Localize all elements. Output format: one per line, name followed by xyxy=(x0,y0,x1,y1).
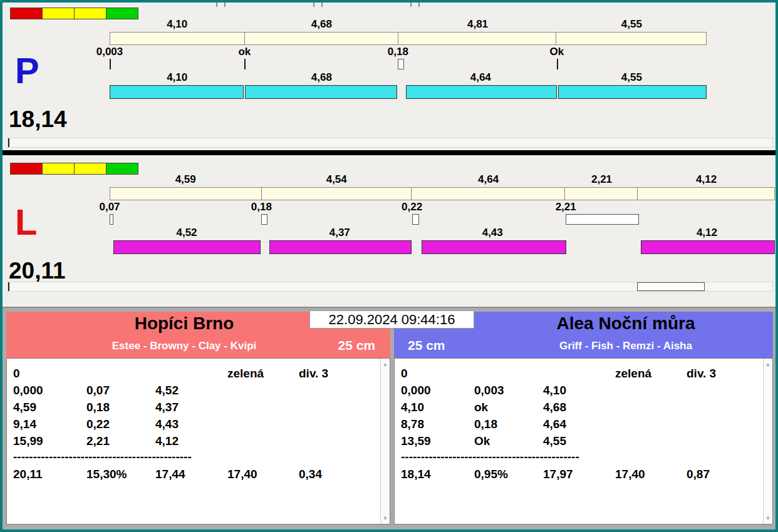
segment-time-label: 4,10 xyxy=(167,71,187,84)
scrollbar[interactable]: ▲ ▼ xyxy=(380,359,390,524)
bar-segment xyxy=(558,85,707,99)
app-window: P 18,14 4,104,684,814,55 0,003ok0,18Ok 4… xyxy=(0,0,778,532)
result-cell xyxy=(615,382,687,399)
bar-segment xyxy=(110,33,245,44)
segment-time-label: 4,64 xyxy=(470,71,491,84)
traffic-light-red xyxy=(10,8,43,19)
result-cell xyxy=(543,365,615,382)
result-cell: 9,14 xyxy=(13,416,86,432)
penalty-box xyxy=(110,214,113,225)
footer-box xyxy=(637,282,705,291)
segment-time-label: 4,37 xyxy=(329,227,350,239)
segment-time-label: 4,12 xyxy=(696,173,717,186)
mark-label: 2,21 xyxy=(556,201,576,213)
result-cell: 0 xyxy=(13,365,86,382)
result-cell: 18,14 xyxy=(401,466,474,483)
result-cell: 0,95% xyxy=(474,466,543,483)
jump-height-badge: 25 cm xyxy=(338,338,375,353)
lane-footer-strip xyxy=(8,138,773,148)
segment-time-label: 4,54 xyxy=(326,173,347,186)
scroll-up-icon[interactable]: ▲ xyxy=(764,361,772,368)
traffic-light-green xyxy=(106,163,138,175)
table-row: 15,992,214,12 xyxy=(13,432,377,449)
result-cell: zelená xyxy=(615,365,687,382)
table-row: 0,0000,0034,10 xyxy=(401,382,760,399)
mark-tick xyxy=(557,59,558,69)
result-cell: 0,87 xyxy=(687,466,760,483)
result-cell xyxy=(615,416,687,432)
lane-panel-l: L 20,11 4,594,544,642,214,12 0,070,180,2… xyxy=(5,156,773,304)
team-rows: 0zelenádiv. 30,0000,074,524,590,184,379,… xyxy=(7,359,390,483)
result-cell: 8,78 xyxy=(401,416,474,432)
result-cell: 4,55 xyxy=(543,432,615,449)
result-cell: 17,44 xyxy=(155,466,227,483)
traffic-light-yellow-2 xyxy=(74,8,106,19)
strip-tick xyxy=(8,138,9,147)
bottom-bar-labels: 4,524,374,434,12 xyxy=(110,227,775,240)
result-cell: 17,40 xyxy=(615,466,687,483)
segment-time-label: 4,10 xyxy=(167,18,187,31)
lane-total-time: 18,14 xyxy=(9,106,67,133)
result-cell xyxy=(299,432,377,449)
result-cell: Ok xyxy=(474,432,543,449)
team-panel-left: Hopíci Brno Estee - Browny - Clay - Kvip… xyxy=(6,312,390,524)
top-bar-labels: 4,104,684,814,55 xyxy=(110,19,707,32)
traffic-light-yellow-1 xyxy=(42,163,75,175)
bar-segment xyxy=(406,85,557,99)
dashed-separator: ----------------------------------------… xyxy=(13,449,377,464)
result-cell xyxy=(227,416,299,432)
bar-gap xyxy=(398,85,404,99)
team-results: 0zelenádiv. 30,0000,074,524,590,184,379,… xyxy=(6,358,390,524)
mark-label: Ok xyxy=(549,46,564,58)
result-cell xyxy=(155,365,227,382)
scroll-down-icon[interactable]: ▼ xyxy=(764,514,772,522)
team-panel-right: Alea Noční můra Griff - Fish - Remzi - A… xyxy=(394,312,773,524)
result-cell: 0 xyxy=(401,365,474,382)
result-cell xyxy=(227,432,299,449)
team-dogs: Griff - Fish - Remzi - Aisha xyxy=(394,340,773,352)
penalty-box xyxy=(261,214,267,225)
result-cell xyxy=(86,365,155,382)
result-cell: 4,68 xyxy=(543,399,615,416)
results-section: Hopíci Brno Estee - Browny - Clay - Kvip… xyxy=(3,307,775,529)
bar-segment xyxy=(641,240,775,254)
traffic-lights xyxy=(10,8,138,19)
bar-gap xyxy=(413,240,420,254)
result-cell: 4,10 xyxy=(401,399,474,416)
lane-separator xyxy=(3,150,775,155)
result-cell: 17,97 xyxy=(543,466,615,483)
traffic-lights xyxy=(10,163,138,175)
mark-tick xyxy=(110,59,111,69)
result-cell: 0,07 xyxy=(86,382,155,399)
jump-height-badge: 25 cm xyxy=(408,338,445,353)
top-time-bar xyxy=(110,32,707,45)
result-cell: 0,000 xyxy=(401,382,474,399)
scroll-down-icon[interactable]: ▼ xyxy=(381,514,390,522)
scrollbar[interactable]: ▲ ▼ xyxy=(763,359,772,524)
result-cell: ok xyxy=(474,399,543,416)
table-row: 4,590,184,37 xyxy=(13,399,377,416)
bar-segment xyxy=(269,240,412,254)
top-time-bar xyxy=(110,187,775,200)
result-cell: 4,37 xyxy=(155,399,227,416)
result-cell: 0,003 xyxy=(474,382,543,399)
result-cell: 2,21 xyxy=(86,432,155,449)
result-cell: 17,40 xyxy=(227,466,299,483)
result-cell xyxy=(474,365,543,382)
bar-gap xyxy=(568,240,640,254)
top-bar-labels: 4,594,544,642,214,12 xyxy=(110,174,775,187)
segment-time-label: 4,59 xyxy=(175,173,196,186)
scroll-up-icon[interactable]: ▲ xyxy=(381,361,390,368)
traffic-light-red xyxy=(10,163,43,175)
segment-time-label: 4,43 xyxy=(482,227,503,239)
datetime-display: 22.09.2024 09:44:16 xyxy=(309,310,474,329)
result-cell: 4,10 xyxy=(543,382,615,399)
segment-time-label: 4,55 xyxy=(621,18,642,31)
result-cell: div. 3 xyxy=(299,365,377,382)
result-cell xyxy=(615,432,687,449)
table-row: 0zelenádiv. 3 xyxy=(13,365,377,382)
mark-label: 0,003 xyxy=(96,46,123,58)
result-cell: 13,59 xyxy=(401,432,474,449)
bottom-time-bar xyxy=(110,85,707,99)
bar-segment xyxy=(110,85,244,99)
